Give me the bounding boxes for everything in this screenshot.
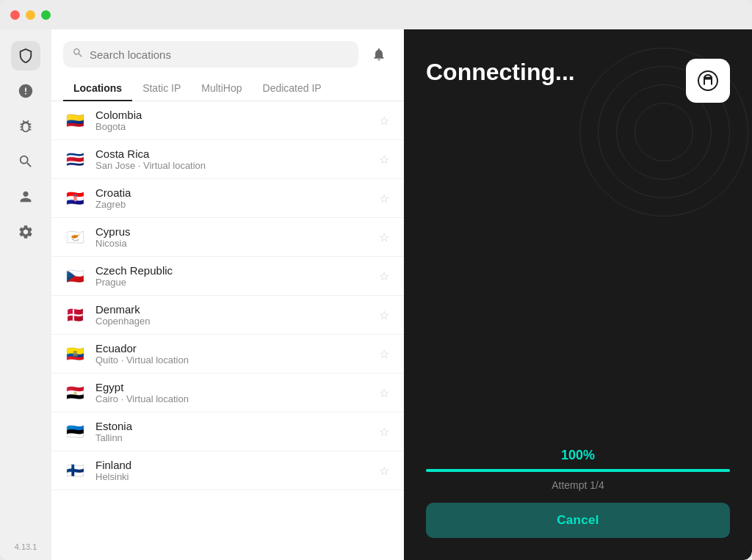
sidebar-item-notifications[interactable] [11,76,40,106]
favorite-button[interactable]: ☆ [376,111,392,131]
app-window: 4.13.1 Locations Static IP MultiHop D [0,0,752,560]
ripple-4 [579,48,748,217]
country-flag: 🇨🇾 [63,228,87,246]
favorite-button[interactable]: ☆ [376,189,392,208]
location-info: Croatia Zagreb [95,186,367,210]
country-flag: 🇫🇮 [63,462,87,479]
list-item[interactable]: 🇪🇬 Egypt Cairo · Virtual location ☆ [51,374,404,412]
main-panel: Locations Static IP MultiHop Dedicated I… [51,29,404,560]
list-item[interactable]: 🇭🇷 Croatia Zagreb ☆ [51,179,404,218]
location-info: Costa Rica San Jose · Virtual location [95,148,367,171]
search-icon [72,47,84,62]
close-button[interactable] [10,10,20,20]
progress-bar-fill [426,469,730,472]
list-item[interactable]: 🇩🇰 Denmark Copenhagen ☆ [51,296,404,335]
country-name: Costa Rica [95,148,367,160]
tab-static-ip[interactable]: Static IP [132,76,191,101]
progress-percent: 100% [426,448,730,463]
progress-bar-bg [426,469,730,472]
favorite-button[interactable]: ☆ [376,305,392,325]
country-name: Finland [95,459,367,471]
search-bar-area [51,29,404,68]
tab-dedicated-ip[interactable]: Dedicated IP [253,76,332,101]
country-name: Ecuador [95,342,367,354]
country-name: Czech Republic [95,264,367,277]
country-flag: 🇨🇴 [63,112,87,129]
country-flag: 🇭🇷 [63,189,87,207]
location-info: Cyprus Nicosia [95,225,367,249]
city-name: Bogota [95,121,367,132]
favorite-button[interactable]: ☆ [376,266,392,286]
list-item[interactable]: 🇪🇨 Ecuador Quito · Virtual location ☆ [51,335,404,374]
location-info: Denmark Copenhagen [95,303,367,327]
country-name: Colombia [95,109,367,121]
location-info: Egypt Cairo · Virtual location [95,381,367,404]
city-name: Cairo · Virtual location [95,393,367,404]
list-item[interactable]: 🇫🇮 Finland Helsinki ☆ [51,451,404,490]
sidebar-item-bug[interactable] [11,112,40,141]
locations-list: 🇨🇴 Colombia Bogota ☆ 🇨🇷 Costa Rica San J… [51,101,404,560]
tab-multihop[interactable]: MultiHop [191,76,252,101]
country-flag: 🇩🇰 [63,306,87,324]
country-name: Cyprus [95,225,367,238]
city-name: Quito · Virtual location [95,354,367,366]
list-item[interactable]: 🇪🇪 Estonia Tallinn ☆ [51,412,404,451]
location-info: Finland Helsinki [95,459,367,482]
country-name: Egypt [95,381,367,393]
city-name: Copenhagen [95,316,367,327]
country-name: Croatia [95,186,367,199]
sidebar-item-vpn[interactable] [11,41,40,70]
panel-bottom: 100% Attempt 1/4 Cancel [426,448,730,538]
city-name: Nicosia [95,238,367,249]
country-name: Denmark [95,303,367,316]
list-item[interactable]: 🇨🇾 Cyprus Nicosia ☆ [51,218,404,257]
favorite-button[interactable]: ☆ [376,344,392,364]
country-flag: 🇪🇪 [63,423,87,440]
city-name: Helsinki [95,471,367,482]
city-name: Tallinn [95,432,367,443]
tabs-bar: Locations Static IP MultiHop Dedicated I… [51,68,404,101]
search-input-wrap[interactable] [63,41,358,68]
search-input[interactable] [90,48,350,61]
maximize-button[interactable] [41,10,51,20]
location-info: Czech Republic Prague [95,264,367,288]
country-flag: 🇨🇿 [63,267,87,285]
sidebar-item-account[interactable] [11,182,40,211]
sidebar-item-search[interactable] [11,147,40,176]
favorite-button[interactable]: ☆ [376,461,392,481]
location-info: Estonia Tallinn [95,420,367,443]
connecting-panel: Connecting... 100% Attempt 1/4 Cancel [404,29,752,560]
title-bar [0,0,752,29]
location-info: Colombia Bogota [95,109,367,132]
app-body: 4.13.1 Locations Static IP MultiHop D [0,29,752,560]
country-flag: 🇨🇷 [63,150,87,168]
location-info: Ecuador Quito · Virtual location [95,342,367,366]
country-name: Estonia [95,420,367,432]
city-name: San Jose · Virtual location [95,160,367,171]
version-label: 4.13.1 [15,542,37,551]
country-flag: 🇪🇬 [63,384,87,401]
notifications-button[interactable] [366,41,392,68]
list-item[interactable]: 🇨🇿 Czech Republic Prague ☆ [51,257,404,296]
city-name: Prague [95,277,367,288]
attempt-text: Attempt 1/4 [426,479,730,491]
sidebar: 4.13.1 [0,29,51,560]
list-item[interactable]: 🇨🇴 Colombia Bogota ☆ [51,101,404,140]
favorite-button[interactable]: ☆ [376,228,392,247]
country-flag: 🇪🇨 [63,345,87,363]
list-item[interactable]: 🇨🇷 Costa Rica San Jose · Virtual locatio… [51,140,404,179]
sidebar-item-settings[interactable] [11,217,40,247]
cancel-button[interactable]: Cancel [426,503,730,538]
favorite-button[interactable]: ☆ [376,422,392,442]
city-name: Zagreb [95,199,367,210]
connecting-title: Connecting... [426,59,575,86]
ripple-container [590,59,737,206]
minimize-button[interactable] [26,10,35,20]
favorite-button[interactable]: ☆ [376,383,392,403]
favorite-button[interactable]: ☆ [376,150,392,170]
tab-locations[interactable]: Locations [63,76,132,101]
